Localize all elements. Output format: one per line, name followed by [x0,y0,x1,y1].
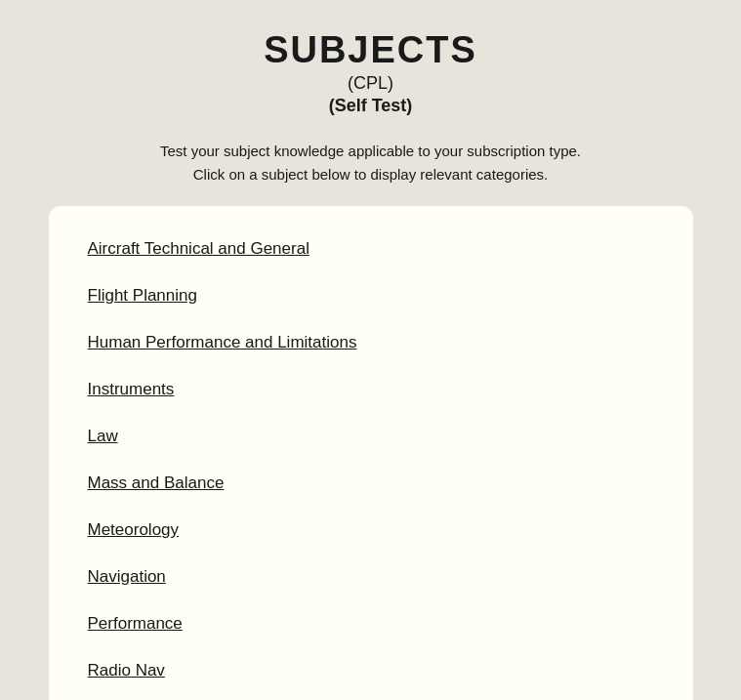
description-line2: Click on a subject below to display rele… [193,166,549,183]
list-item: Meteorology [88,507,654,554]
description-line1: Test your subject knowledge applicable t… [160,143,581,159]
subject-link-1[interactable]: Flight Planning [88,286,197,305]
subject-link-9[interactable]: Radio Nav [88,661,165,679]
page-subtitle-cpl: (CPL) [264,73,477,94]
list-item: Instruments [88,366,654,413]
page-subtitle-selftest: (Self Test) [264,96,477,116]
list-item: Navigation [88,554,654,600]
list-item: Human Performance and Limitations [88,319,654,366]
subject-link-0[interactable]: Aircraft Technical and General [88,239,309,258]
subject-link-2[interactable]: Human Performance and Limitations [88,333,357,351]
page-title: SUBJECTS [264,29,477,71]
subject-link-3[interactable]: Instruments [88,380,175,398]
list-item: Aircraft Technical and General [88,226,654,272]
subject-link-6[interactable]: Meteorology [88,520,180,539]
list-item: General Radio [88,694,654,700]
subject-link-5[interactable]: Mass and Balance [88,474,225,492]
subject-link-7[interactable]: Navigation [88,567,166,586]
page-header: SUBJECTS (CPL) (Self Test) [264,29,477,116]
subjects-container: Aircraft Technical and GeneralFlight Pla… [49,206,693,700]
page-description: Test your subject knowledge applicable t… [160,140,581,186]
subject-link-8[interactable]: Performance [88,614,183,633]
list-item: Flight Planning [88,272,654,319]
list-item: Performance [88,600,654,647]
subject-link-4[interactable]: Law [88,427,118,445]
list-item: Radio Nav [88,647,654,694]
list-item: Mass and Balance [88,460,654,507]
list-item: Law [88,413,654,460]
